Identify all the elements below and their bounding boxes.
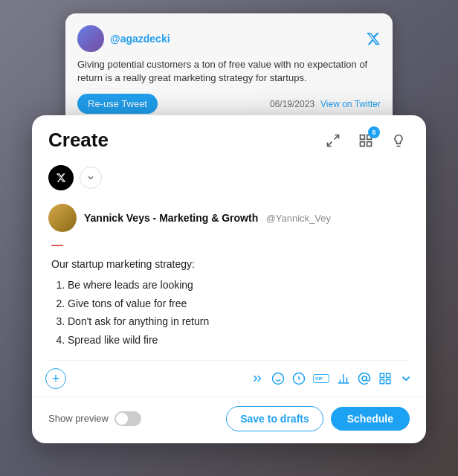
card-footer: Show preview Save to drafts Schedule — [32, 396, 426, 443]
platform-dropdown-button[interactable] — [80, 167, 102, 189]
gif-button[interactable]: GIF — [313, 373, 329, 385]
emoji-button[interactable] — [271, 372, 285, 385]
toolbar-dropdown-button[interactable] — [399, 372, 413, 385]
toolbar: + — [32, 361, 426, 396]
svg-rect-19 — [380, 379, 384, 383]
svg-text:GIF: GIF — [315, 376, 323, 381]
author-row: Yannick Veys - Marketing & Growth @Yanni… — [48, 204, 410, 232]
svg-rect-17 — [380, 373, 384, 377]
tweet-list: Be where leads are looking Give tons of … — [51, 277, 410, 348]
svg-rect-18 — [387, 373, 390, 377]
svg-point-16 — [362, 376, 367, 381]
x-platform-button[interactable] — [48, 165, 74, 190]
twitter-bird-icon — [366, 31, 381, 46]
lightbulb-button[interactable] — [387, 129, 410, 152]
svg-rect-20 — [387, 379, 390, 383]
svg-rect-4 — [361, 141, 365, 146]
toolbar-right: GIF — [251, 372, 413, 385]
thread-icon-btn[interactable] — [251, 372, 264, 385]
svg-point-6 — [273, 373, 284, 384]
preview-toggle[interactable] — [115, 411, 141, 426]
show-preview-label: Show preview — [48, 413, 109, 424]
schedule-button[interactable]: Schedule — [331, 407, 410, 431]
template-badge: 6 — [368, 126, 380, 138]
page-title: Create — [48, 129, 109, 152]
mention-button[interactable] — [358, 372, 371, 385]
chart-button[interactable] — [337, 372, 350, 385]
thread-indicator: — — [48, 239, 410, 251]
bg-avatar — [77, 25, 104, 52]
list-item: Be where leads are looking — [68, 277, 410, 293]
author-avatar — [48, 204, 77, 232]
thread-dash-icon: — — [51, 239, 63, 251]
expand-button[interactable] — [322, 129, 344, 152]
tweet-date: 06/19/2023 — [270, 99, 315, 109]
card-header: Create 6 — [32, 115, 426, 159]
show-preview-toggle-area: Show preview — [48, 411, 141, 426]
tweet-intro: Our startup marketing strategy: — [51, 256, 410, 272]
list-item: Give tons of value for free — [68, 295, 410, 312]
grid-button[interactable] — [378, 372, 392, 385]
svg-line-1 — [328, 141, 332, 146]
bg-tweet-text: Giving potential customers a ton of free… — [77, 58, 381, 85]
view-on-twitter-link[interactable]: View on Twitter — [320, 99, 381, 109]
add-tweet-button[interactable]: + — [45, 368, 66, 389]
save-drafts-button[interactable]: Save to drafts — [226, 406, 323, 431]
reuse-tweet-button[interactable]: Re-use Tweet — [77, 94, 158, 114]
footer-actions: Save to drafts Schedule — [226, 406, 410, 431]
list-item: Don't ask for anything in return — [68, 313, 410, 329]
author-name: Yannick Veys - Marketing & Growth — [84, 212, 258, 224]
compose-area: Yannick Veys - Marketing & Growth @Yanni… — [32, 198, 426, 360]
svg-rect-2 — [361, 135, 365, 139]
list-item: Spread like wild fire — [68, 332, 410, 348]
platform-selector — [32, 159, 426, 198]
svg-line-0 — [335, 135, 339, 139]
create-card: Create 6 — [32, 115, 426, 443]
tweet-content[interactable]: Our startup marketing strategy: Be where… — [48, 256, 410, 348]
face-button[interactable] — [292, 372, 306, 385]
header-icons: 6 — [322, 129, 410, 152]
author-handle: @Yannick_Vey — [266, 213, 331, 224]
templates-button[interactable]: 6 — [355, 129, 377, 152]
svg-rect-5 — [367, 141, 372, 146]
background-tweet-card: @agazdecki Giving potential customers a … — [65, 13, 393, 126]
bg-username: @agazdecki — [110, 33, 170, 45]
